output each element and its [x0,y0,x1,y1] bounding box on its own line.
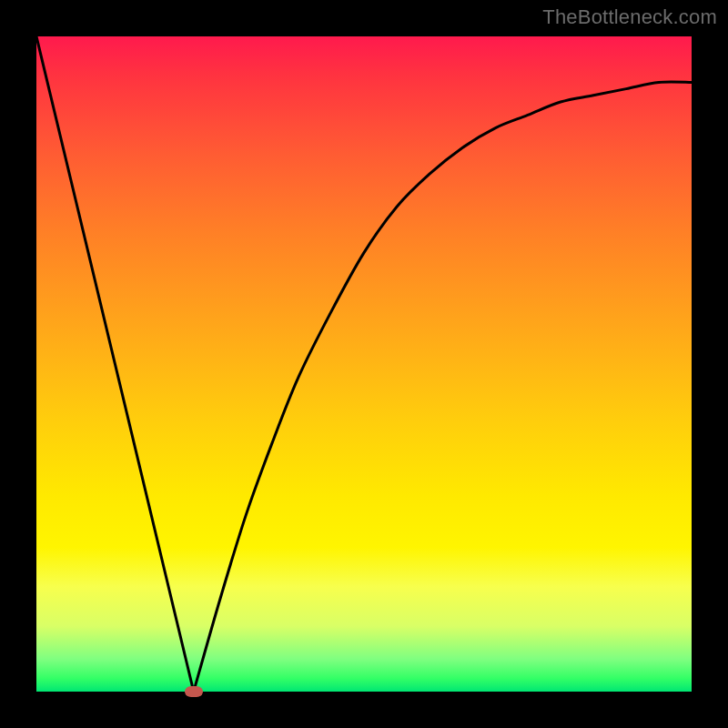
curve-path [36,36,692,692]
bottleneck-curve [36,36,692,692]
plot-area [36,36,692,692]
chart-frame: TheBottleneck.com [0,0,728,728]
watermark-text: TheBottleneck.com [542,5,717,29]
minimum-marker [185,686,203,697]
